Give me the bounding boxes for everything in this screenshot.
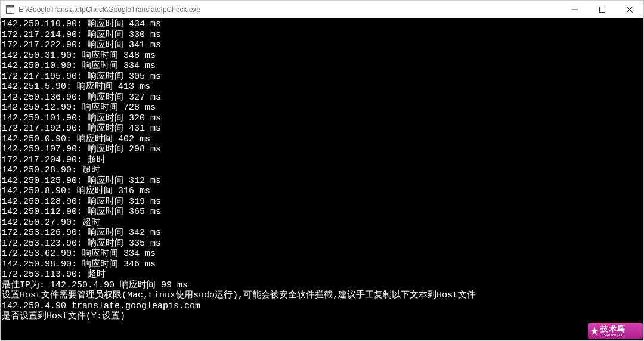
titlebar[interactable]: E:\GoogleTranslateIpCheck\GoogleTranslat… — [1, 1, 643, 18]
svg-rect-3 — [600, 7, 605, 12]
minimize-button[interactable] — [561, 1, 589, 18]
app-icon — [5, 5, 15, 14]
watermark-main: 技术鸟 — [600, 325, 626, 333]
window-title: E:\GoogleTranslateIpCheck\GoogleTranslat… — [18, 5, 561, 14]
app-window: E:\GoogleTranslateIpCheck\GoogleTranslat… — [0, 0, 644, 341]
window-controls — [561, 1, 643, 18]
svg-marker-6 — [590, 327, 599, 335]
svg-rect-1 — [7, 5, 14, 7]
watermark-sub: JISHUNIAO — [600, 333, 626, 337]
maximize-button[interactable] — [589, 1, 616, 18]
spark-icon — [590, 327, 599, 335]
terminal-output[interactable]: 142.250.110.90: 响应时间 434 ms 172.217.214.… — [1, 18, 643, 340]
close-button[interactable] — [616, 1, 643, 18]
watermark-badge: 技术鸟 JISHUNIAO — [588, 323, 643, 339]
